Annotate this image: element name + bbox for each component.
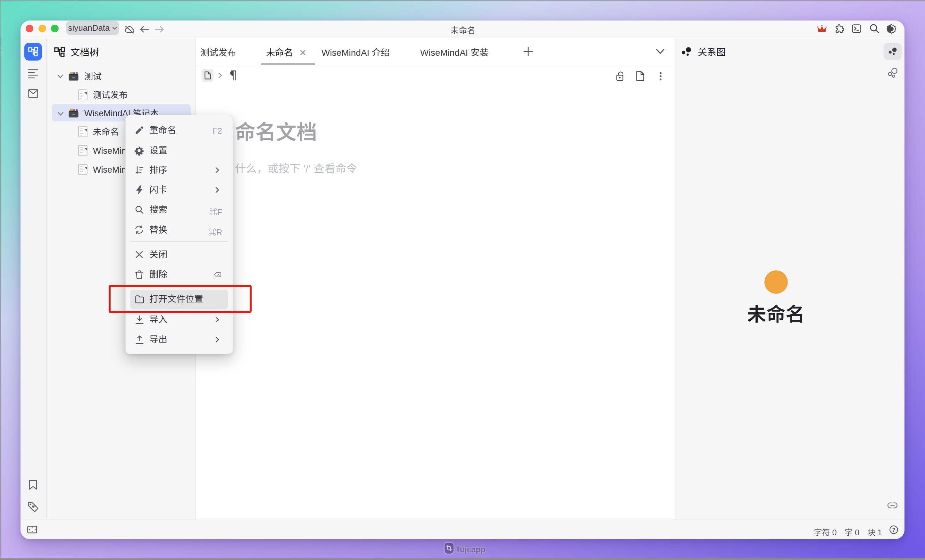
svg-text:?: ? — [892, 527, 895, 533]
